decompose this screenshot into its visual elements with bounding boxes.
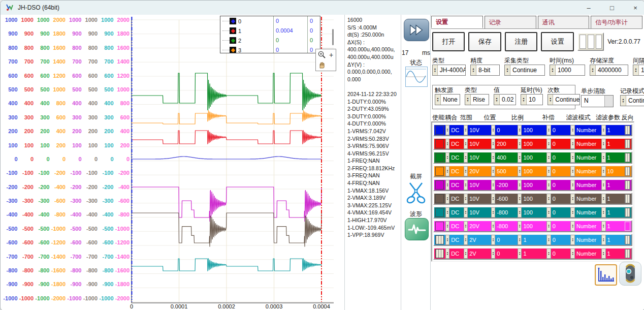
channel-coupling-spinner[interactable]: ▲▼ xyxy=(445,166,450,176)
channel-invert-button[interactable] xyxy=(625,235,630,244)
legend-scrollbar[interactable] xyxy=(332,29,334,45)
channel-filter-value[interactable]: Number xyxy=(575,141,600,147)
waveform-plot[interactable] xyxy=(131,16,335,303)
channel-param-spinner[interactable]: ▲▼ xyxy=(601,152,606,163)
channel-scale-spinner[interactable]: ▲▼ xyxy=(518,249,522,259)
trigger-1-value[interactable]: None xyxy=(441,95,459,105)
screenshot-scissors-icon[interactable] xyxy=(406,181,426,204)
toolbar-button-1[interactable]: 打开 xyxy=(432,32,465,51)
param-4-value[interactable]: 1000 xyxy=(556,65,573,75)
channel-param-spinner[interactable]: ▲▼ xyxy=(601,125,606,135)
waveform-button[interactable] xyxy=(405,218,429,240)
plot-legend[interactable]: 00010.00040200300 xyxy=(220,16,320,53)
channel-invert-button[interactable] xyxy=(625,180,630,190)
channel-comp-value[interactable]: 0 xyxy=(551,127,569,133)
channel-range-spinner[interactable]: ▲▼ xyxy=(464,194,468,204)
channel-scale-spinner[interactable]: ▲▼ xyxy=(518,194,522,204)
channel-filter-spinner[interactable]: ▲▼ xyxy=(570,180,575,190)
channel-scale-spinner[interactable]: ▲▼ xyxy=(518,152,522,163)
channel-range-spinner[interactable]: ▲▼ xyxy=(464,221,468,231)
channel-position-value[interactable]: 0 xyxy=(495,237,516,243)
channel-position-spinner[interactable]: ▲▼ xyxy=(491,207,496,218)
channel-filter-spinner[interactable]: ▲▼ xyxy=(570,221,575,231)
channel-filter-spinner[interactable]: ▲▼ xyxy=(570,235,575,245)
channel-scale-spinner[interactable]: ▲▼ xyxy=(518,125,522,135)
channel-coupling-spinner[interactable]: ▲▼ xyxy=(445,194,450,204)
channel-param-value[interactable]: 1 xyxy=(606,223,625,229)
channel-position-spinner[interactable]: ▲▼ xyxy=(491,249,496,259)
histogram-button[interactable] xyxy=(595,264,617,286)
channel-param-value[interactable]: 1 xyxy=(606,141,625,147)
channel-position-value[interactable]: 0 xyxy=(495,251,516,257)
channel-position-spinner[interactable]: ▲▼ xyxy=(491,152,496,163)
legend-row[interactable]: 000 xyxy=(220,16,320,26)
channel-comp-spinner[interactable]: ▲▼ xyxy=(546,125,551,135)
channel-filter-spinner[interactable]: ▲▼ xyxy=(570,207,575,218)
channel-range-spinner[interactable]: ▲▼ xyxy=(464,207,468,218)
channel-coupling-value[interactable]: DC xyxy=(449,127,462,133)
maximize-button[interactable]: □ xyxy=(607,4,617,12)
channel-param-spinner[interactable]: ▲▼ xyxy=(601,207,606,218)
channel-range-value[interactable]: 10V xyxy=(468,154,489,161)
channel-coupling-value[interactable]: DC xyxy=(449,196,462,202)
zoom-in-icon[interactable] xyxy=(317,50,326,59)
channel-comp-value[interactable]: 0 xyxy=(551,141,569,147)
trigger-2-value[interactable]: Rise xyxy=(471,95,487,105)
channel-param-value[interactable]: 1 xyxy=(606,182,625,188)
channel-coupling-spinner[interactable]: ▲▼ xyxy=(445,207,450,218)
channel-comp-value[interactable]: 0 xyxy=(551,168,569,174)
channel-scale-spinner[interactable]: ▲▼ xyxy=(518,235,522,245)
channel-invert-button[interactable] xyxy=(625,153,630,162)
channel-position-value[interactable]: -800 xyxy=(495,223,516,229)
channel-range-value[interactable]: 10V xyxy=(468,209,489,215)
channel-invert-button[interactable] xyxy=(625,139,630,148)
channel-param-spinner[interactable]: ▲▼ xyxy=(601,221,606,231)
channel-param-spinner[interactable]: ▲▼ xyxy=(601,194,606,204)
trigger-1-spinner[interactable]: ▲▼ xyxy=(435,95,441,105)
channel-coupling-spinner[interactable]: ▲▼ xyxy=(445,180,450,190)
channel-coupling-spinner[interactable]: ▲▼ xyxy=(445,125,450,135)
channel-position-value[interactable]: -600 xyxy=(495,196,516,202)
channel-scale-value[interactable]: 100 xyxy=(522,168,545,174)
channel-filter-value[interactable]: Number xyxy=(575,209,600,215)
channel-comp-spinner[interactable]: ▲▼ xyxy=(546,139,551,149)
trigger-5-value[interactable]: Continue xyxy=(553,95,579,105)
channel-param-spinner[interactable]: ▲▼ xyxy=(601,235,606,245)
channel-coupling-spinner[interactable]: ▲▼ xyxy=(445,235,450,245)
channel-param-spinner[interactable]: ▲▼ xyxy=(601,249,606,259)
tab-4[interactable]: 信号/功率计 xyxy=(591,16,642,28)
channel-scale-value[interactable]: 100 xyxy=(522,196,545,202)
channel-scale-value[interactable]: 100 xyxy=(522,209,545,215)
channel-enable-toggle[interactable] xyxy=(435,139,444,148)
channel-filter-value[interactable]: Number xyxy=(575,182,600,188)
close-button[interactable]: × xyxy=(630,4,640,12)
channel-filter-value[interactable]: Number xyxy=(575,251,600,257)
param-1-value[interactable]: JH-4000A xyxy=(438,65,465,75)
channel-coupling-spinner[interactable]: ▲▼ xyxy=(445,139,450,149)
channel-position-value[interactable]: 500 xyxy=(495,168,516,174)
channel-filter-value[interactable]: Number xyxy=(575,196,600,202)
channel-scale-value[interactable]: 1 xyxy=(522,237,545,243)
trigger-5-spinner[interactable]: ▲▼ xyxy=(548,95,553,105)
channel-position-value[interactable]: -800 xyxy=(495,209,516,215)
channel-coupling-value[interactable]: DC xyxy=(449,237,462,243)
param-5-spinner[interactable]: ▲▼ xyxy=(590,65,596,75)
run-button[interactable] xyxy=(404,19,429,41)
channel-comp-spinner[interactable]: ▲▼ xyxy=(546,152,551,163)
channel-param-value[interactable]: 1 xyxy=(606,209,625,215)
channel-scale-value[interactable]: 1 xyxy=(522,251,545,257)
channel-enable-toggle[interactable] xyxy=(435,180,444,190)
channel-coupling-value[interactable]: DC xyxy=(449,168,462,174)
channel-filter-value[interactable]: Number xyxy=(575,168,600,174)
channel-invert-button[interactable] xyxy=(625,249,630,258)
record-mode-value[interactable]: Continue xyxy=(626,96,644,106)
channel-invert-button[interactable] xyxy=(625,194,630,203)
channel-enable-toggle[interactable] xyxy=(435,126,444,135)
param-3-spinner[interactable]: ▲▼ xyxy=(505,65,510,75)
channel-coupling-value[interactable]: DC xyxy=(449,141,462,147)
legend-row[interactable]: 10.00040 xyxy=(220,26,320,36)
channel-enable-toggle[interactable] xyxy=(435,222,444,231)
legend-row[interactable]: 300 xyxy=(220,45,320,53)
tab-3[interactable]: 通讯 xyxy=(538,16,590,28)
channel-invert-button[interactable] xyxy=(625,167,630,176)
